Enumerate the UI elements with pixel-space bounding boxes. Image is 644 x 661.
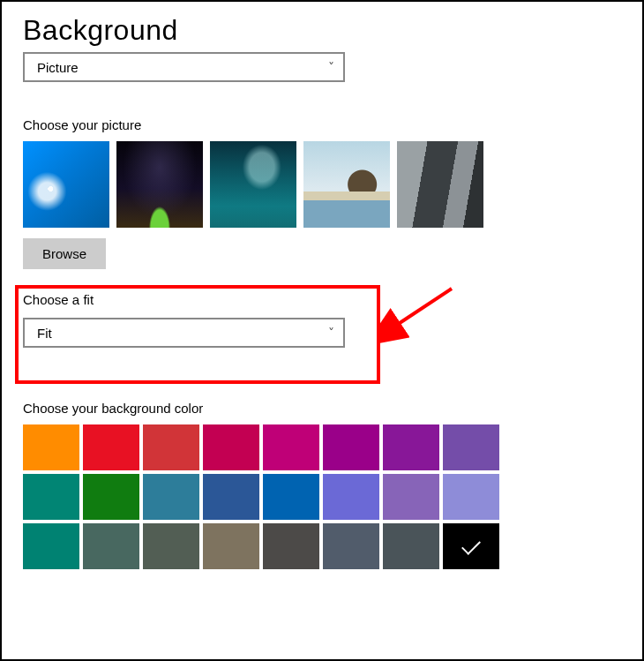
color-swatch[interactable] [263, 523, 319, 569]
svg-line-0 [394, 289, 452, 327]
fit-value: Fit [37, 326, 52, 341]
color-swatch[interactable] [23, 424, 79, 470]
color-swatch[interactable] [143, 474, 199, 520]
color-swatch[interactable] [443, 523, 499, 569]
color-swatch[interactable] [383, 474, 439, 520]
background-type-dropdown[interactable]: Picture ˅ [23, 52, 345, 82]
picture-thumb[interactable] [303, 141, 390, 228]
chevron-down-icon: ˅ [328, 326, 334, 340]
picture-thumb[interactable] [116, 141, 203, 228]
choose-fit-label: Choose a fit [23, 292, 393, 307]
picture-thumb[interactable] [23, 141, 109, 228]
choose-picture-section: Choose your picture Browse [23, 117, 621, 269]
color-swatch[interactable] [203, 474, 259, 520]
choose-picture-label: Choose your picture [23, 117, 621, 132]
color-swatch[interactable] [263, 474, 319, 520]
color-swatch[interactable] [143, 424, 199, 470]
color-swatch[interactable] [323, 523, 379, 569]
color-swatch[interactable] [83, 523, 139, 569]
color-swatch[interactable] [443, 424, 499, 470]
color-swatch[interactable] [23, 474, 79, 520]
color-swatch[interactable] [443, 474, 499, 520]
color-swatch[interactable] [383, 523, 439, 569]
color-swatch[interactable] [323, 474, 379, 520]
choose-fit-section: Choose a fit Fit ˅ [23, 292, 393, 348]
color-swatch[interactable] [23, 523, 79, 569]
picture-thumb[interactable] [210, 141, 296, 228]
color-swatch[interactable] [143, 523, 199, 569]
color-swatch[interactable] [203, 523, 259, 569]
page-title: Background [23, 14, 621, 47]
picture-thumb[interactable] [397, 141, 483, 228]
choose-color-label: Choose your background color [23, 401, 621, 416]
color-swatch[interactable] [263, 424, 319, 470]
color-swatch[interactable] [203, 424, 259, 470]
choose-color-section: Choose your background color [23, 401, 621, 569]
color-swatch[interactable] [83, 474, 139, 520]
fit-dropdown[interactable]: Fit ˅ [23, 318, 345, 348]
background-type-value: Picture [37, 60, 79, 75]
color-swatch[interactable] [323, 424, 379, 470]
color-swatch[interactable] [383, 424, 439, 470]
chevron-down-icon: ˅ [328, 60, 334, 74]
browse-button[interactable]: Browse [23, 238, 106, 269]
picture-thumb-row [23, 141, 621, 228]
color-swatch[interactable] [83, 424, 139, 470]
color-grid [23, 424, 621, 569]
